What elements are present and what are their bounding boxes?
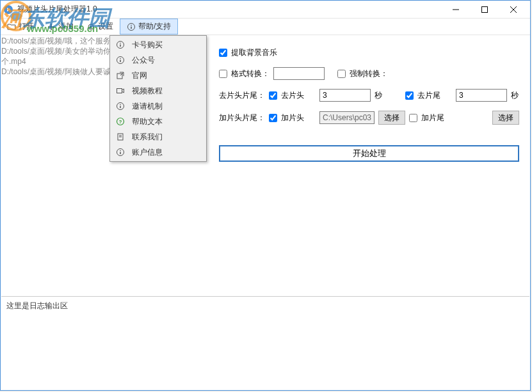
start-button[interactable]: 开始处理 <box>219 145 519 162</box>
svg-point-30 <box>120 150 121 152</box>
info-icon <box>115 147 125 157</box>
gear-icon <box>86 22 95 31</box>
svg-point-8 <box>90 26 92 27</box>
row-format: 格式转换： 强制转换： <box>219 67 519 80</box>
dropdown-card-purchase[interactable]: 卡号购买 <box>111 37 205 52</box>
maximize-button[interactable] <box>470 1 499 19</box>
row-extract-bgm: 提取背景音乐 <box>219 47 519 58</box>
app-window: 视频片头片尾处理器1.0 打开 添加 设置 帮助/支持 D:/tools/桌面/… <box>0 0 531 391</box>
label-trim-tail: 去片尾 <box>417 90 440 101</box>
label-add: 加片头片尾： <box>219 113 265 123</box>
svg-point-13 <box>120 43 121 44</box>
log-area: 这里是日志输出区 <box>1 296 529 389</box>
folder-icon <box>7 22 16 31</box>
label-force-convert: 强制转换： <box>350 68 388 79</box>
app-icon <box>3 4 13 15</box>
svg-point-16 <box>120 58 121 59</box>
checkbox-format-convert[interactable] <box>219 70 227 78</box>
menu-settings[interactable]: 设置 <box>80 19 120 35</box>
select-tail-button[interactable]: 选择 <box>492 111 519 125</box>
info-icon <box>115 101 125 111</box>
input-add-head-path <box>319 111 375 124</box>
info-icon <box>115 40 125 50</box>
svg-text:?: ? <box>119 119 122 125</box>
doc-icon <box>115 132 125 142</box>
input-trim-head[interactable] <box>319 89 371 102</box>
row-trim: 去片头片尾： 去片头 秒 去片尾 秒 <box>219 89 519 102</box>
close-button[interactable] <box>499 1 528 19</box>
menubar: 打开 添加 设置 帮助/支持 <box>1 19 530 35</box>
info-icon <box>115 55 125 65</box>
log-placeholder: 这里是日志输出区 <box>6 301 68 310</box>
info-icon <box>127 22 136 31</box>
dropdown-video-tutorial[interactable]: 视频教程 <box>111 83 205 98</box>
help-dropdown: 卡号购买 公众号 官网 视频教程 邀请机制 ? 帮助文本 联系我们 账户信息 <box>109 35 207 162</box>
input-format[interactable] <box>273 67 325 80</box>
svg-point-10 <box>131 24 132 26</box>
menu-file[interactable]: 打开 <box>1 19 40 35</box>
checkbox-trim-tail[interactable] <box>405 91 414 100</box>
label-add-head: 加片头 <box>281 113 304 123</box>
dropdown-wechat[interactable]: 公众号 <box>111 52 205 68</box>
checkbox-force-convert[interactable] <box>337 70 346 78</box>
titlebar: 视频片头片尾处理器1.0 <box>1 1 530 19</box>
svg-point-22 <box>120 104 121 106</box>
menu-help[interactable]: 帮助/支持 <box>120 19 178 35</box>
window-title: 视频片头片尾处理器1.0 <box>17 4 441 15</box>
dropdown-account[interactable]: 账户信息 <box>111 145 205 160</box>
label-trim: 去片头片尾： <box>219 90 265 101</box>
row-add: 加片头片尾： 加片头 选择 加片尾 选择 <box>219 111 519 125</box>
checkbox-add-head[interactable] <box>269 114 277 122</box>
label-trim-head: 去片头 <box>281 90 304 101</box>
plus-icon <box>47 22 56 31</box>
label-seconds2: 秒 <box>511 90 519 101</box>
select-head-button[interactable]: 选择 <box>378 111 405 125</box>
label-format-convert: 格式转换： <box>231 68 270 79</box>
minimize-button[interactable] <box>441 1 470 19</box>
svg-rect-2 <box>481 6 487 12</box>
input-trim-tail[interactable] <box>456 89 507 102</box>
dropdown-website[interactable]: 官网 <box>111 68 205 83</box>
window-controls <box>441 1 528 19</box>
video-icon <box>115 86 125 96</box>
checkbox-trim-head[interactable] <box>269 91 277 100</box>
label-add-tail: 加片尾 <box>421 113 444 123</box>
svg-rect-20 <box>117 89 122 93</box>
label-seconds: 秒 <box>375 90 382 101</box>
dropdown-invite[interactable]: 邀请机制 <box>111 98 205 114</box>
menu-add[interactable]: 添加 <box>40 19 80 35</box>
checkbox-add-tail[interactable] <box>409 114 417 122</box>
dropdown-contact[interactable]: 联系我们 <box>111 129 205 145</box>
external-icon <box>115 70 125 81</box>
label-extract-bgm: 提取背景音乐 <box>231 47 277 58</box>
dropdown-help-text[interactable]: ? 帮助文本 <box>111 114 205 129</box>
question-icon: ? <box>115 116 125 127</box>
checkbox-extract-bgm[interactable] <box>219 49 227 57</box>
